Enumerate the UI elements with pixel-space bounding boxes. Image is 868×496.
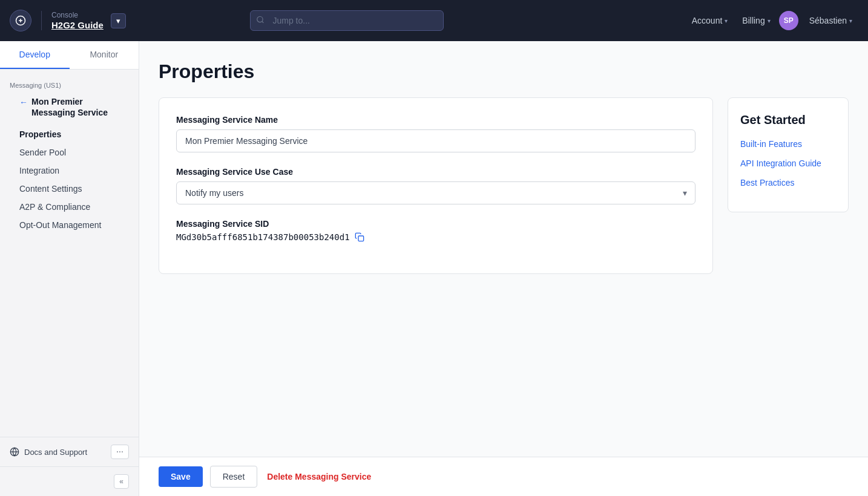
use-case-select-wrapper: Notify my users Marketing Customer Care …	[176, 181, 695, 204]
sidebar: Develop Monitor Messaging (US1) ← Mon Pr…	[0, 41, 139, 496]
sidebar-tabs: Develop Monitor	[0, 41, 139, 70]
console-label: Console	[51, 11, 104, 19]
use-case-field-group: Messaging Service Use Case Notify my use…	[176, 167, 695, 204]
api-integration-guide-link[interactable]: API Integration Guide	[740, 158, 836, 168]
sidebar-item-a2p-compliance[interactable]: A2P & Compliance	[0, 198, 139, 216]
top-navigation: Console H2G2 Guide ▾ Account ▾ Billing ▾…	[0, 0, 868, 41]
get-started-card: Get Started Built-in Features API Integr…	[728, 97, 849, 212]
svg-line-4	[262, 21, 264, 23]
use-case-label: Messaging Service Use Case	[176, 167, 695, 177]
service-name-label: Messaging Service Name	[176, 115, 695, 125]
nav-divider	[41, 11, 42, 30]
service-name-field-group: Messaging Service Name	[176, 115, 695, 152]
account-menu-button[interactable]: Account ▾	[686, 12, 734, 29]
sid-field-group: Messaging Service SID MGd30b5afff6851b17…	[176, 219, 695, 242]
use-case-select[interactable]: Notify my users Marketing Customer Care …	[176, 181, 695, 204]
sid-value-row: MGd30b5afff6851b174387b00053b240d1	[176, 232, 695, 242]
properties-card: Messaging Service Name Messaging Service…	[159, 97, 713, 274]
sid-label: Messaging Service SID	[176, 219, 695, 229]
service-name-input[interactable]	[176, 129, 695, 152]
built-in-features-link[interactable]: Built-in Features	[740, 139, 836, 149]
sidebar-item-content-settings[interactable]: Content Settings	[0, 180, 139, 198]
project-name[interactable]: H2G2 Guide	[51, 20, 104, 30]
page-title: Properties	[159, 60, 849, 83]
copy-sid-button[interactable]	[355, 232, 364, 242]
app-logo[interactable]	[10, 10, 31, 31]
search-bar	[250, 10, 444, 31]
content-grid: Messaging Service Name Messaging Service…	[159, 97, 849, 274]
user-avatar: SP	[779, 11, 798, 30]
sidebar-item-opt-out[interactable]: Opt-Out Management	[0, 216, 139, 234]
back-arrow-icon: ←	[19, 97, 28, 108]
docs-support-link[interactable]: Docs and Support	[10, 447, 87, 457]
billing-menu-button[interactable]: Billing ▾	[736, 12, 776, 29]
sidebar-navigation: Messaging (US1) ← Mon Premier Messaging …	[0, 70, 139, 437]
sidebar-section-label: Messaging (US1)	[0, 79, 139, 94]
search-icon	[256, 16, 265, 26]
sidebar-service-name[interactable]: ← Mon Premier Messaging Service	[0, 94, 139, 125]
topnav-right: Account ▾ Billing ▾ SP Sébastien ▾	[686, 11, 858, 30]
more-options-button[interactable]: ⋯	[111, 445, 129, 459]
user-menu-button[interactable]: Sébastien ▾	[803, 12, 858, 29]
collapse-sidebar-button[interactable]: «	[114, 474, 129, 489]
project-switcher-button[interactable]: ▾	[111, 13, 126, 28]
copy-icon	[355, 232, 364, 242]
reset-button[interactable]: Reset	[210, 466, 258, 488]
tab-monitor[interactable]: Monitor	[70, 41, 139, 69]
sidebar-item-sender-pool[interactable]: Sender Pool	[0, 143, 139, 162]
best-practices-link[interactable]: Best Practices	[740, 178, 836, 188]
main-layout: Develop Monitor Messaging (US1) ← Mon Pr…	[0, 41, 868, 496]
svg-rect-7	[358, 236, 364, 241]
save-button[interactable]: Save	[159, 466, 203, 487]
globe-icon	[10, 447, 19, 457]
tab-develop[interactable]: Develop	[0, 41, 70, 69]
get-started-title: Get Started	[740, 113, 836, 127]
delete-messaging-service-button[interactable]: Delete Messaging Service	[265, 466, 373, 487]
sidebar-item-properties[interactable]: Properties	[0, 125, 139, 143]
svg-point-3	[257, 16, 263, 22]
sid-value-text: MGd30b5afff6851b174387b00053b240d1	[176, 232, 350, 242]
sidebar-item-integration[interactable]: Integration	[0, 162, 139, 180]
content-area: Properties Messaging Service Name Messag…	[139, 41, 868, 496]
search-input[interactable]	[250, 10, 444, 31]
sidebar-collapse-bottom: «	[0, 466, 139, 496]
bottom-action-bar: Save Reset Delete Messaging Service	[139, 457, 868, 496]
sidebar-footer: Docs and Support ⋯	[0, 437, 139, 466]
